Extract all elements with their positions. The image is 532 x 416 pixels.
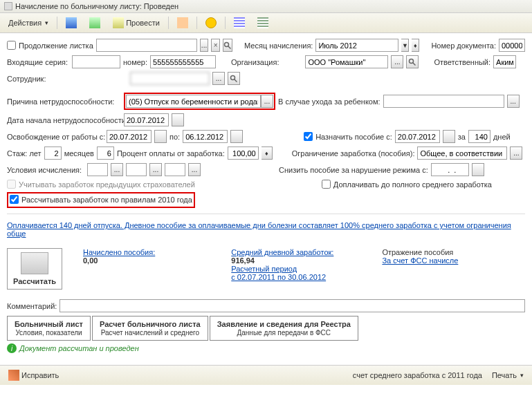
- info-icon: i: [7, 343, 17, 353]
- data-nachala-label: Дата начала нетрудоспособности:: [7, 116, 121, 124]
- snizit-field[interactable]: [431, 163, 469, 176]
- list2-button[interactable]: [253, 15, 273, 30]
- help-button[interactable]: [201, 15, 221, 30]
- rasschit2010-highlight: Рассчитывать заработок по правилам 2010 …: [7, 192, 195, 208]
- tool1-button[interactable]: [173, 15, 192, 30]
- seria-field[interactable]: [72, 55, 120, 68]
- prodolzhenie-clear-button[interactable]: ×: [211, 39, 220, 52]
- ogranich-label: Ограничение заработка (пособия):: [292, 149, 415, 158]
- data-nachala-field[interactable]: [124, 113, 169, 126]
- doplach-checkbox[interactable]: Доплачивать до полного среднего заработк…: [322, 180, 492, 189]
- sotrudnik-lookup-button[interactable]: ...: [212, 72, 225, 85]
- prichina-highlight: ...: [124, 93, 275, 110]
- uchityvat-checkbox: Учитывать заработок предыдущих страховат…: [7, 180, 195, 189]
- procent-spin[interactable]: ♦: [262, 146, 273, 160]
- komment-label: Комментарий:: [7, 302, 57, 310]
- usloviya3-field[interactable]: [165, 163, 185, 176]
- prichina-field[interactable]: [126, 95, 261, 108]
- list1-button[interactable]: [230, 15, 249, 30]
- bottom-info-text: счет среднего заработка с 2011 года: [353, 371, 482, 379]
- mesyacev-label: месяцев: [64, 149, 94, 158]
- ogranich-lookup-button[interactable]: ...: [510, 146, 522, 160]
- org-field[interactable]: [305, 55, 388, 68]
- naznach-s-field[interactable]: [395, 130, 440, 143]
- sotrudnik-search-button[interactable]: [228, 72, 240, 85]
- ogranich-field[interactable]: [417, 146, 507, 160]
- komment-field[interactable]: [59, 299, 525, 312]
- save-button[interactable]: [62, 15, 81, 30]
- svg-point-2: [410, 59, 414, 63]
- window-title-text: Начисление по больничному листу: Проведе…: [15, 2, 178, 10]
- org-lookup-button[interactable]: ...: [391, 55, 403, 68]
- nachisleno-link[interactable]: Начислено пособия:: [83, 248, 155, 256]
- sred-link[interactable]: Средний дневной заработок:: [231, 248, 333, 256]
- nomer-label: номер:: [123, 58, 147, 66]
- osvobozh-s-calendar-button[interactable]: [154, 130, 167, 143]
- otvet-label: Ответственный:: [434, 58, 490, 66]
- prodolzhenie-lookup-button[interactable]: ...: [200, 39, 209, 52]
- raschet-period-link[interactable]: Расчетный период: [231, 265, 297, 273]
- svg-line-1: [228, 46, 231, 48]
- data-nachala-calendar-button[interactable]: [172, 113, 184, 126]
- pechat-button[interactable]: Печать: [488, 369, 528, 381]
- prodolzhenie-field[interactable]: [96, 39, 197, 52]
- mesyac-spin-button[interactable]: ♦: [412, 39, 419, 52]
- stazh-let-field[interactable]: [44, 146, 62, 160]
- svg-point-0: [224, 42, 228, 46]
- mesyac-label: Месяц начисления:: [244, 41, 313, 50]
- actions-menu[interactable]: Действия: [4, 17, 53, 29]
- rasschitat-button[interactable]: Рассчитать: [7, 248, 62, 290]
- rasschit2010-checkbox[interactable]: Рассчитывать заработок по правилам 2010 …: [10, 195, 192, 204]
- prodolzhenie-checkbox[interactable]: Продолжение листка: [7, 41, 93, 50]
- snizit-label: Снизить пособие за нарушение режима с:: [279, 166, 428, 174]
- mesyac-dropdown-button[interactable]: ▼: [401, 39, 409, 52]
- org-label: Организация:: [231, 58, 279, 66]
- po-label: по:: [169, 133, 180, 141]
- procent-label: Процент оплаты от заработка:: [117, 149, 225, 158]
- sred-value: 916,94: [231, 256, 333, 265]
- usloviya2-field[interactable]: [126, 163, 147, 176]
- tab-raschet[interactable]: Расчет больничного листа Расчет начислен…: [92, 316, 208, 341]
- osvobozh-s-field[interactable]: [107, 130, 152, 143]
- v-sluchae-lookup-button[interactable]: ...: [507, 95, 520, 108]
- refresh-button[interactable]: [85, 15, 104, 30]
- osvobozh-po-calendar-button[interactable]: [230, 130, 243, 143]
- window-titlebar: Начисление по больничному листу: Проведе…: [0, 0, 532, 13]
- prodolzhenie-search-button[interactable]: [223, 39, 232, 52]
- stazh-let-label: Стаж: лет: [7, 149, 42, 158]
- naznach-checkbox[interactable]: Назначить пособие с:: [304, 132, 392, 141]
- otrazh-link[interactable]: За счет ФСС начисле: [382, 256, 458, 265]
- tab-bolnichny[interactable]: Больничный лист Условия, показатели: [7, 316, 91, 341]
- tab-zayavlenie[interactable]: Заявление и сведения для Реестра Данные …: [210, 316, 358, 341]
- info-link[interactable]: Оплачивается 140 дней отпуска. Дневное п…: [7, 221, 525, 238]
- v-sluchae-field[interactable]: [383, 95, 504, 108]
- sotrudnik-field[interactable]: [130, 72, 210, 85]
- svg-line-3: [413, 62, 416, 65]
- org-search-button[interactable]: [406, 55, 419, 68]
- raschet-period-value[interactable]: с 02.07.2011 по 30.06.2012: [231, 273, 333, 281]
- prichina-label: Причина нетрудоспособности:: [7, 97, 121, 106]
- stazh-mes-field[interactable]: [97, 146, 114, 160]
- snizit-calendar-button[interactable]: [472, 163, 484, 176]
- usloviya3-lookup[interactable]: ...: [188, 163, 201, 176]
- nachisleno-value: 0,00: [83, 256, 155, 265]
- pencil-icon: [8, 370, 19, 381]
- usloviya2-lookup[interactable]: ...: [149, 163, 162, 176]
- prichina-lookup-button[interactable]: ...: [261, 95, 273, 108]
- usloviya1-field[interactable]: [87, 163, 108, 176]
- dnei-field[interactable]: [468, 130, 490, 143]
- naznach-s-calendar-button[interactable]: [443, 130, 455, 143]
- usloviya-label: Условия исчисления:: [7, 166, 84, 174]
- mesyac-field[interactable]: [315, 39, 398, 52]
- svg-line-5: [235, 79, 237, 82]
- provesti-button[interactable]: Провести: [109, 15, 164, 30]
- ispravit-button[interactable]: Исправить: [4, 368, 63, 383]
- nomer-field[interactable]: [150, 55, 216, 68]
- statusbar: Исправить счет среднего заработка с 2011…: [0, 365, 532, 385]
- otvet-field[interactable]: [493, 55, 516, 68]
- otrazh-label: Отражение пособия: [382, 248, 458, 256]
- usloviya1-lookup[interactable]: ...: [111, 163, 123, 176]
- nomer-dok-field[interactable]: [499, 39, 525, 52]
- osvobozh-po-field[interactable]: [183, 130, 228, 143]
- procent-field[interactable]: [228, 146, 259, 160]
